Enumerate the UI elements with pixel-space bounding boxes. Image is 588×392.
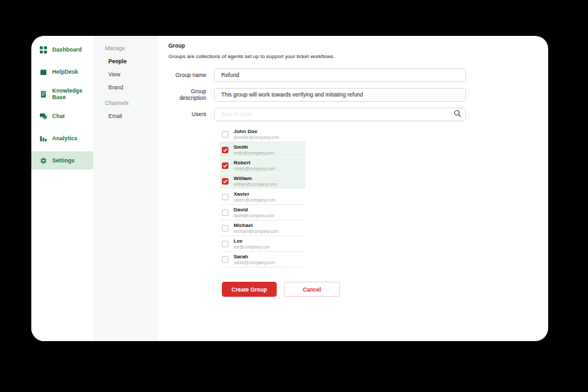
sidebar-item-label: HelpDesk [52,68,78,75]
user-name: John Doe [234,128,279,134]
user-email: robert@company.com [234,166,275,172]
user-row-david[interactable]: Daviddavid@company.com [220,205,305,220]
user-name: David [234,207,274,213]
subnav-heading-manage: Manage [105,45,159,52]
group-form: Group name Group description Users [168,68,548,121]
user-row-xavier[interactable]: Xavierxavier@company.com [220,189,305,205]
group-name-label: Group name [168,72,214,78]
user-name: Robert [234,160,275,166]
user-checkbox[interactable] [222,147,228,153]
user-email: david@company.com [234,213,274,219]
user-row-william[interactable]: Williamwilliam@company.com [220,173,305,189]
subnav-item-email[interactable]: Email [105,113,159,119]
user-name: Smith [234,144,274,150]
sidebar-item-label: Chat [52,113,65,119]
knowledge-base-icon [40,91,47,98]
user-checkbox[interactable] [222,225,228,232]
subnav-item-view[interactable]: View [105,71,159,78]
user-checkbox[interactable] [222,209,228,216]
user-email: sarah@company.com [234,260,275,265]
create-group-button[interactable]: Create Group [222,282,277,297]
sidebar-item-helpdesk[interactable]: HelpDesk [31,61,93,83]
user-checkbox[interactable] [222,178,228,185]
user-row-robert[interactable]: Robertrobert@company.com [220,158,305,173]
subnav-heading-channels: Channels [105,100,159,106]
sidebar-item-dashboard[interactable]: Dashboard [31,38,93,61]
group-name-row: Group name [168,68,548,82]
user-email: michael@company.com [234,229,279,234]
user-row-smith[interactable]: Smithsmith@company.com [220,142,305,158]
sidebar-item-label: Knowledge Base [52,87,93,100]
user-email: smith@company.com [234,151,274,156]
group-settings-panel: Group Groups are collections of agents s… [159,36,548,341]
cancel-button[interactable]: Cancel [284,282,340,297]
subnav: Manage People View Brand Channels Email [93,36,159,341]
user-checkbox[interactable] [222,256,228,263]
form-actions: Create Group Cancel [222,282,548,297]
sidebar-item-analytics[interactable]: Analytics [31,127,93,149]
page-title: Group [168,42,548,49]
group-name-input[interactable] [214,68,466,82]
dashboard-icon [40,46,47,53]
settings-card: Dashboard HelpDesk Knowledge Base Chat A [31,36,548,341]
sidebar-item-label: Analytics [52,135,78,142]
user-name: Xavier [234,191,275,197]
settings-icon [40,157,47,164]
analytics-icon [40,135,47,142]
subnav-item-people[interactable]: People [105,58,159,65]
user-email: johndoe@company.com [234,135,279,140]
user-row-lee[interactable]: Leelee@company.com [220,236,305,252]
helpdesk-icon [40,68,47,76]
user-email: william@company.com [234,182,277,187]
group-description-row: Group description [168,87,548,101]
user-search-input[interactable] [214,108,466,121]
user-name: Sarah [234,254,275,260]
user-email: xavier@company.com [234,198,275,203]
user-checkbox[interactable] [222,241,228,247]
sidebar-item-knowledge-base[interactable]: Knowledge Base [31,83,93,105]
users-label: Users [168,111,214,117]
user-checkbox[interactable] [222,131,228,138]
user-name: William [234,175,277,181]
sidebar-item-settings[interactable]: Settings [31,151,93,170]
user-checkbox[interactable] [222,194,228,200]
user-checkbox[interactable] [222,162,228,169]
subnav-section-manage: Manage People View Brand [105,45,159,91]
sidebar-item-label: Settings [52,157,74,164]
subnav-item-brand[interactable]: Brand [105,84,159,91]
user-row-john-doe[interactable]: John Doejohndoe@company.com [220,127,305,142]
user-email: lee@company.com [234,245,270,250]
sidebar-item-chat[interactable]: Chat [31,105,93,127]
user-row-michael[interactable]: Michaelmichael@company.com [220,220,305,236]
chat-icon [40,113,47,120]
group-description-label: Group description [168,88,214,101]
user-name: Lee [234,238,270,244]
user-list: John Doejohndoe@company.com Smithsmith@c… [220,127,305,267]
user-row-sarah[interactable]: Sarahsarah@company.com [220,252,305,267]
group-description-input[interactable] [214,88,466,102]
sidebar-item-label: Dashboard [52,46,82,53]
user-name: Michael [234,222,279,228]
users-row: Users [168,107,548,121]
sidebar: Dashboard HelpDesk Knowledge Base Chat A [31,36,93,341]
subnav-section-channels: Channels Email [105,100,159,119]
page-subtitle: Groups are collections of agents set up … [168,53,548,59]
